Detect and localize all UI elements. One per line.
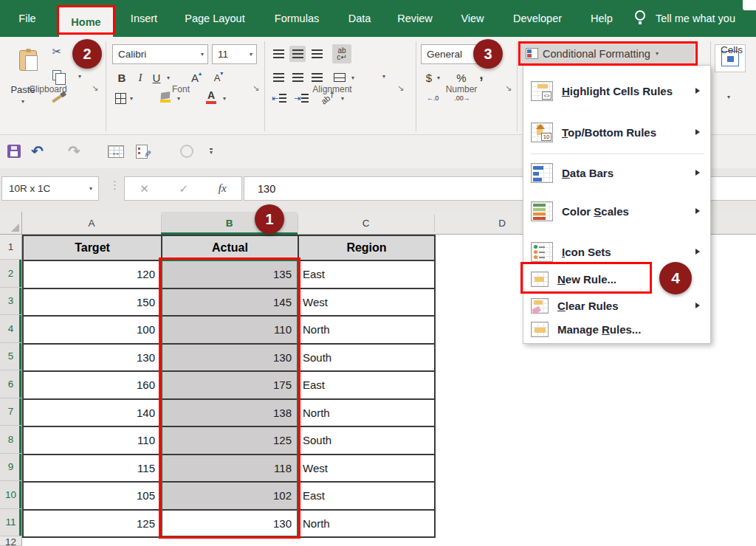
- cell-b4[interactable]: 110: [162, 317, 299, 345]
- cell-c11[interactable]: North: [299, 511, 436, 539]
- borders-button[interactable]: [113, 90, 128, 106]
- row-header-9[interactable]: 9: [0, 454, 21, 482]
- currency-button[interactable]: $: [422, 69, 436, 86]
- redo-button[interactable]: ↷: [68, 142, 80, 161]
- cell-b2[interactable]: 135: [162, 261, 299, 289]
- row-header-12[interactable]: 12: [0, 536, 21, 546]
- cell-a11[interactable]: 125: [24, 511, 162, 539]
- row-header-2[interactable]: 2: [0, 260, 21, 288]
- insert-function-icon[interactable]: fx: [219, 182, 227, 195]
- cell-b6[interactable]: 175: [162, 372, 299, 400]
- copy-button[interactable]: [49, 68, 65, 83]
- orientation-chevron-icon[interactable]: ▾: [341, 96, 344, 102]
- font-dialog-launcher-icon[interactable]: ↘: [252, 83, 259, 93]
- italic-button[interactable]: I: [134, 69, 147, 86]
- font-color-chevron-icon[interactable]: ▾: [223, 96, 226, 102]
- save-button[interactable]: [7, 142, 21, 161]
- row-header-11[interactable]: 11: [0, 509, 21, 537]
- shrink-font-button[interactable]: A▾: [210, 69, 227, 86]
- currency-chevron-icon[interactable]: ▾: [437, 75, 440, 81]
- undo-button[interactable]: ↶: [31, 142, 44, 161]
- cell-c6[interactable]: East: [299, 372, 436, 400]
- autofit-column-button[interactable]: [108, 142, 124, 161]
- align-middle-button[interactable]: [289, 46, 306, 62]
- menu-item-color-scales[interactable]: Color Scales: [526, 193, 707, 229]
- font-size-combobox[interactable]: 11▾: [212, 44, 257, 64]
- cell-b7[interactable]: 138: [162, 400, 299, 428]
- cell-a10[interactable]: 105: [24, 483, 162, 511]
- tab-view[interactable]: View: [453, 0, 492, 37]
- cell-c10[interactable]: East: [299, 483, 436, 511]
- cell-b8[interactable]: 125: [162, 427, 299, 455]
- menu-item-data-bars[interactable]: Data Bars: [526, 155, 707, 190]
- cell-c3[interactable]: West: [299, 289, 436, 317]
- cell-c9[interactable]: West: [299, 455, 436, 483]
- cell-a1[interactable]: Target: [24, 236, 162, 261]
- merge-center-button[interactable]: [331, 69, 348, 86]
- cell-b3[interactable]: 145: [162, 289, 299, 317]
- row-header-4[interactable]: 4: [0, 315, 21, 343]
- tab-formulas[interactable]: Formulas: [266, 0, 328, 37]
- comma-style-button[interactable]: ,: [475, 66, 487, 83]
- cell-a8[interactable]: 110: [24, 427, 162, 455]
- enter-icon[interactable]: ✓: [179, 182, 189, 196]
- row-header-3[interactable]: 3: [0, 288, 21, 316]
- cell-c5[interactable]: South: [299, 345, 436, 373]
- font-name-combobox[interactable]: Calibri▾: [112, 44, 208, 64]
- wrap-text-button[interactable]: ab c↵: [332, 44, 351, 63]
- cell-a7[interactable]: 140: [24, 400, 162, 428]
- underline-button[interactable]: U: [150, 69, 163, 86]
- menu-item-clear-rules[interactable]: Clear Rules: [526, 294, 707, 317]
- select-all-corner[interactable]: [0, 212, 22, 235]
- align-bottom-button[interactable]: [309, 46, 325, 62]
- align-right-button[interactable]: [309, 69, 325, 86]
- row-header-5[interactable]: 5: [0, 343, 21, 371]
- copy-chevron-icon[interactable]: ▾: [78, 74, 81, 80]
- align-left-button[interactable]: [270, 69, 286, 86]
- cell-b1[interactable]: Actual: [162, 236, 299, 261]
- decrease-indent-button[interactable]: ⇤: [270, 90, 288, 106]
- tell-me-search[interactable]: Tell me what you: [656, 0, 735, 37]
- tab-review[interactable]: Review: [391, 0, 439, 37]
- percent-button[interactable]: %: [453, 69, 470, 86]
- cell-c8[interactable]: South: [299, 427, 436, 455]
- tab-home[interactable]: Home: [59, 7, 113, 37]
- grow-font-button[interactable]: A▴: [188, 69, 205, 86]
- align-top-button[interactable]: [270, 46, 286, 62]
- cell-a3[interactable]: 150: [24, 289, 162, 317]
- cell-a4[interactable]: 100: [24, 317, 162, 345]
- cell-c7[interactable]: North: [299, 400, 436, 428]
- row-header-10[interactable]: 10: [0, 481, 21, 509]
- cell-a9[interactable]: 115: [24, 455, 162, 483]
- cell-c2[interactable]: East: [299, 261, 436, 289]
- row-header-1[interactable]: 1: [0, 235, 21, 260]
- form-button[interactable]: [136, 142, 148, 161]
- underline-chevron-icon[interactable]: ▾: [167, 75, 170, 81]
- cells-chevron-icon[interactable]: ▾: [727, 94, 730, 100]
- fill-color-chevron-icon[interactable]: ▾: [177, 96, 180, 102]
- conditional-formatting-button[interactable]: Conditional Formatting ▾: [521, 43, 695, 64]
- menu-item-top-bottom-rules[interactable]: 10 Top/Bottom Rules: [526, 114, 707, 150]
- customize-qat-button[interactable]: ▾: [210, 142, 213, 161]
- menu-item-highlight-cells-rules[interactable]: <> Highlight Cells Rules: [526, 73, 707, 108]
- cut-button[interactable]: ✂: [49, 44, 65, 59]
- align-center-button[interactable]: [289, 69, 306, 86]
- cell-b11-active[interactable]: 130: [162, 511, 299, 539]
- row-header-6[interactable]: 6: [0, 370, 21, 398]
- tab-data[interactable]: Data: [341, 0, 378, 37]
- cancel-icon[interactable]: ✕: [140, 182, 149, 196]
- tab-page-layout[interactable]: Page Layout: [177, 0, 252, 37]
- row-header-8[interactable]: 8: [0, 426, 21, 454]
- cell-b10[interactable]: 102: [162, 483, 299, 511]
- column-header-a[interactable]: A: [22, 212, 161, 234]
- cell-b9[interactable]: 118: [162, 455, 299, 483]
- tab-developer[interactable]: Developer: [505, 0, 570, 37]
- formula-bar-grip-icon[interactable]: ⋮: [109, 179, 120, 192]
- cell-a6[interactable]: 160: [24, 372, 162, 400]
- row-header-7[interactable]: 7: [0, 398, 21, 426]
- bold-button[interactable]: B: [114, 69, 129, 86]
- cell-c1[interactable]: Region: [299, 236, 436, 261]
- menu-item-manage-rules[interactable]: Manage Rules...: [526, 317, 707, 341]
- borders-chevron-icon[interactable]: ▾: [130, 96, 133, 102]
- tab-file[interactable]: File: [12, 0, 43, 37]
